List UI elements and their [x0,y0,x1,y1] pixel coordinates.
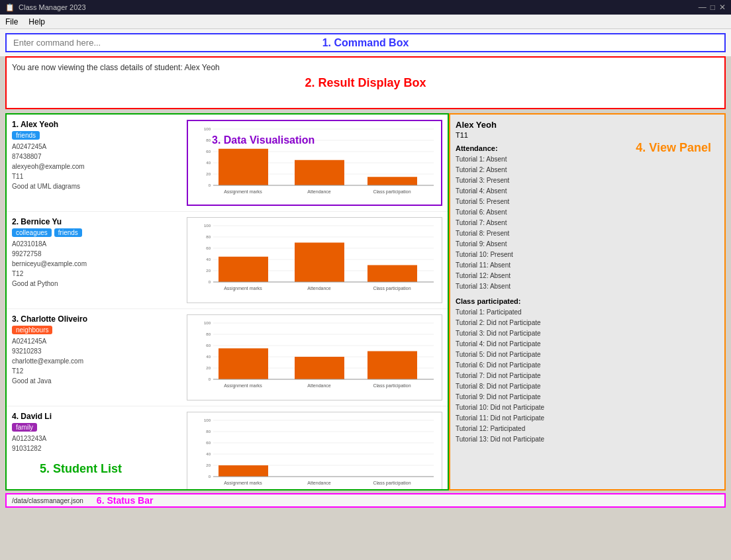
participation-line: Tutorial 13: Did not Participate [456,434,719,445]
participation-line: Tutorial 8: Did not Participate [456,381,719,392]
student-chart: 100806040200Assignment marksAttendanceCl… [187,217,442,303]
participation-line: Tutorial 11: Did not Participate [456,413,719,424]
svg-text:60: 60 [206,344,211,348]
close-button[interactable]: ✕ [719,3,726,12]
participation-line: Tutorial 9: Did not Participate [456,392,719,402]
result-display-box: You are now viewing the class details of… [5,56,726,109]
tag-neighbours: neighbours [12,326,52,334]
svg-text:40: 40 [206,355,211,359]
student-name: 4. David Li [12,412,184,421]
result-display-label: 2. Result Display Box [305,76,426,90]
student-details: A0247245A87438807alexyeoh@example.comT11… [12,142,184,191]
student-entry[interactable]: 2. Bernice YucolleaguesfriendsA0231018A9… [7,212,448,309]
command-wrapper: 1. Command Box [5,33,726,52]
tag-family: family [12,423,37,432]
menubar: File Help [0,15,731,29]
svg-text:60: 60 [206,150,211,154]
svg-text:100: 100 [204,418,211,422]
student-tags: colleaguesfriends [12,228,184,237]
svg-rect-35 [367,265,417,283]
app-icon: 📋 [5,3,15,12]
svg-text:40: 40 [206,161,211,165]
app-title: Class Manager 2023 [19,3,86,11]
student-entry[interactable]: 4. David LifamilyA0123243A91031282100806… [7,406,448,490]
svg-rect-16 [367,177,417,185]
participation-line: Tutorial 3: Did not Participate [456,328,719,339]
attendance-line: Tutorial 8: Present [456,228,719,239]
participation-line: Tutorial 1: Participated [456,307,719,318]
participation-title: Class participated: [456,297,719,305]
titlebar-left: 📋 Class Manager 2023 [5,3,86,12]
svg-text:0: 0 [209,377,211,381]
student-tags: family [12,423,184,432]
tag-friends: friends [12,131,40,140]
title-bar: 📋 Class Manager 2023 — □ ✕ [0,0,731,15]
student-tags: friends [12,131,184,140]
attendance-line: Tutorial 2: Absent [456,165,719,175]
svg-text:100: 100 [204,321,211,325]
view-panel[interactable]: 4. View Panel Alex Yeoh T11 Attendance: … [449,113,726,490]
attendance-line: Tutorial 5: Present [456,197,719,207]
maximize-button[interactable]: □ [710,3,715,12]
main-content: 3. Data Visualisation 5. Student List 1.… [5,113,726,490]
student-chart: 100806040200Assignment marksAttendanceCl… [187,314,442,400]
svg-rect-33 [295,243,344,283]
svg-rect-31 [219,257,268,282]
svg-text:Attendance: Attendance [307,286,331,291]
svg-text:20: 20 [206,366,211,370]
svg-text:Class participation: Class participation [373,383,411,389]
svg-rect-54 [367,351,417,380]
participation-line: Tutorial 10: Did not Participate [456,402,719,413]
status-bar-label: 6. Status Bar [97,495,154,506]
view-student-name: Alex Yeoh [456,120,719,130]
result-text: You are now viewing the class details of… [12,63,220,72]
svg-text:Attendance: Attendance [307,481,331,485]
menu-help[interactable]: Help [28,17,45,26]
attendance-line: Tutorial 3: Present [456,175,719,186]
attendance-title: Attendance: [456,144,719,152]
student-entry[interactable]: 1. Alex YeohfriendsA0247245A87438807alex… [7,115,448,212]
svg-text:Class participation: Class participation [373,189,411,195]
minimize-button[interactable]: — [699,3,707,12]
svg-text:Assignment marks: Assignment marks [224,189,262,195]
students-container: 1. Alex YeohfriendsA0247245A87438807alex… [7,115,448,490]
attendance-line: Tutorial 12: Absent [456,271,719,281]
svg-rect-12 [219,149,268,185]
attendance-line: Tutorial 10: Present [456,250,719,260]
attendance-line: Tutorial 6: Absent [456,207,719,218]
participation-line: Tutorial 2: Did not Participate [456,318,719,328]
participation-line: Tutorial 5: Did not Participate [456,350,719,360]
student-details: A0241245A93210283charlotte@example.comT1… [12,336,184,386]
participation-line: Tutorial 4: Did not Participate [456,339,719,350]
menu-file[interactable]: File [5,17,18,26]
svg-text:Class participation: Class participation [373,481,411,486]
svg-text:100: 100 [204,224,211,228]
svg-rect-69 [219,465,268,477]
student-info: 3. Charlotte OliveironeighboursA0241245A… [12,314,184,386]
tag-colleagues: colleagues [12,228,52,237]
student-info: 2. Bernice YucolleaguesfriendsA0231018A9… [12,217,184,289]
attendance-line: Tutorial 1: Absent [456,154,719,165]
student-name: 3. Charlotte Oliveiro [12,314,184,324]
svg-rect-50 [219,348,268,379]
svg-text:80: 80 [206,138,211,142]
svg-text:80: 80 [206,332,211,336]
student-list-panel[interactable]: 3. Data Visualisation 5. Student List 1.… [5,113,449,490]
svg-text:40: 40 [206,452,211,456]
attendance-line: Tutorial 7: Absent [456,218,719,228]
student-details: A0231018A99272758berniceyu@example.comT1… [12,239,184,289]
svg-text:60: 60 [206,441,211,445]
tag-friends: friends [54,228,82,237]
command-input[interactable] [5,33,726,52]
student-name: 2. Bernice Yu [12,217,184,226]
svg-rect-52 [295,357,344,379]
participation-lines: Tutorial 1: ParticipatedTutorial 2: Did … [456,307,719,445]
attendance-line: Tutorial 4: Absent [456,186,719,197]
svg-text:0: 0 [209,280,211,284]
student-info: 1. Alex YeohfriendsA0247245A87438807alex… [12,120,184,191]
student-entry[interactable]: 3. Charlotte OliveironeighboursA0241245A… [7,309,448,406]
svg-text:Assignment marks: Assignment marks [224,481,262,486]
view-student-class: T11 [456,131,719,139]
svg-text:Assignment marks: Assignment marks [224,383,262,389]
titlebar-controls[interactable]: — □ ✕ [699,3,726,12]
